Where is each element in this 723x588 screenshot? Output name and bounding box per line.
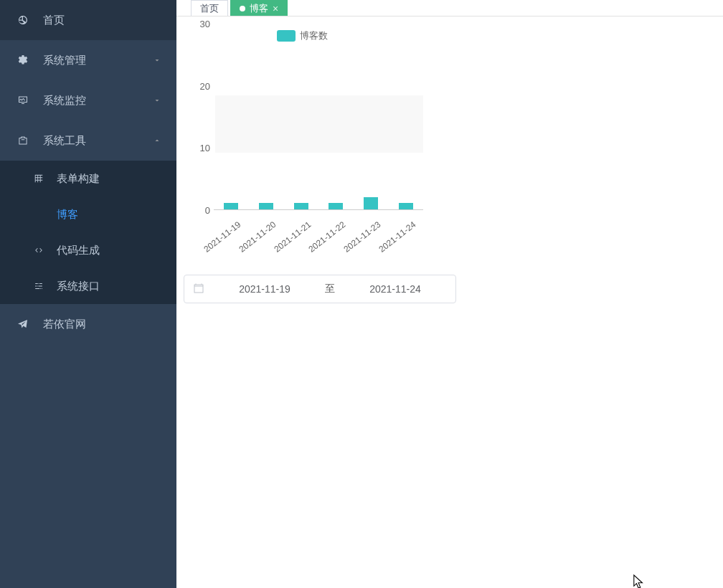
sidebar-item-label: 若依官网 <box>43 318 162 331</box>
sidebar-item-form-builder[interactable]: 表单构建 <box>0 161 176 196</box>
blank-icon <box>32 206 45 223</box>
sidebar-item-label: 系统管理 <box>43 54 152 67</box>
x-tick: 2021-11-24 <box>402 214 435 252</box>
chart-plot: 30 20 10 0 2021-11-192021-11-202021-11-2… <box>198 24 420 224</box>
chevron-up-icon <box>152 136 162 146</box>
tab-label: 博客 <box>250 2 268 15</box>
paper-plane-icon <box>14 316 32 333</box>
chevron-down-icon <box>152 55 162 65</box>
y-tick: 0 <box>205 205 210 216</box>
tab-blog[interactable]: 博客 × <box>230 0 288 16</box>
monitor-icon <box>14 92 32 109</box>
tab-bar: 首页 博客 × <box>176 0 723 16</box>
date-start: 2021-11-19 <box>213 283 316 295</box>
sidebar-item-website[interactable]: 若依官网 <box>0 304 176 344</box>
bar-chart: 博客数 30 20 10 0 2021-11-192021-11-202021-… <box>184 24 427 260</box>
y-tick: 30 <box>200 19 210 29</box>
sidebar-item-label: 系统接口 <box>57 280 162 293</box>
sidebar-item-label: 系统工具 <box>43 134 152 148</box>
y-tick: 10 <box>200 143 210 153</box>
x-axis: 2021-11-192021-11-202021-11-212021-11-22… <box>214 214 423 250</box>
code-icon <box>32 242 45 259</box>
active-dot-icon <box>240 6 245 11</box>
sidebar-item-home[interactable]: 首页 <box>0 0 176 40</box>
gear-icon <box>14 52 32 69</box>
date-separator: 至 <box>325 283 335 295</box>
grid-icon <box>32 170 45 187</box>
sidebar-item-system-api[interactable]: 系统接口 <box>0 268 176 304</box>
chart-bar[interactable] <box>399 203 413 209</box>
sidebar-item-system-manage[interactable]: 系统管理 <box>0 40 176 80</box>
sliders-icon <box>32 278 45 295</box>
y-tick: 20 <box>200 80 210 91</box>
chart-bar[interactable] <box>364 197 378 209</box>
date-end: 2021-11-24 <box>344 283 447 295</box>
calendar-icon <box>193 283 204 296</box>
sidebar-item-label: 首页 <box>43 14 162 27</box>
main-area: 首页 博客 × 博客数 30 20 10 0 2021-11-1 <box>176 0 723 588</box>
sidebar-item-blog[interactable]: 博客 <box>0 196 176 232</box>
dashboard-icon <box>14 11 32 29</box>
tab-label: 首页 <box>200 2 219 15</box>
chart-bar[interactable] <box>259 203 273 209</box>
sidebar-submenu-tools: 表单构建 博客 代码生成 系统接口 <box>0 161 176 304</box>
sidebar-item-system-monitor[interactable]: 系统监控 <box>0 80 176 120</box>
sidebar-item-label: 代码生成 <box>57 244 162 257</box>
date-range-picker[interactable]: 2021-11-19 至 2021-11-24 <box>184 275 456 303</box>
sidebar-item-system-tools[interactable]: 系统工具 <box>0 120 176 161</box>
sidebar: 首页 系统管理 系统监控 系统工具 表单构建 <box>0 0 176 588</box>
chart-bar[interactable] <box>224 203 238 209</box>
chart-container: 博客数 30 20 10 0 2021-11-192021-11-202021-… <box>176 16 723 260</box>
y-axis: 30 20 10 0 <box>198 24 212 210</box>
close-icon[interactable]: × <box>273 4 278 14</box>
tab-home[interactable]: 首页 <box>191 0 228 16</box>
toolbox-icon <box>14 132 32 149</box>
chevron-down-icon <box>152 95 162 105</box>
chart-bars <box>214 24 423 210</box>
sidebar-item-label: 表单构建 <box>57 172 162 186</box>
chart-bar[interactable] <box>329 203 343 209</box>
chart-bar[interactable] <box>294 203 308 209</box>
sidebar-item-label: 博客 <box>57 208 162 222</box>
sidebar-item-label: 系统监控 <box>43 94 152 108</box>
sidebar-item-code-gen[interactable]: 代码生成 <box>0 232 176 268</box>
